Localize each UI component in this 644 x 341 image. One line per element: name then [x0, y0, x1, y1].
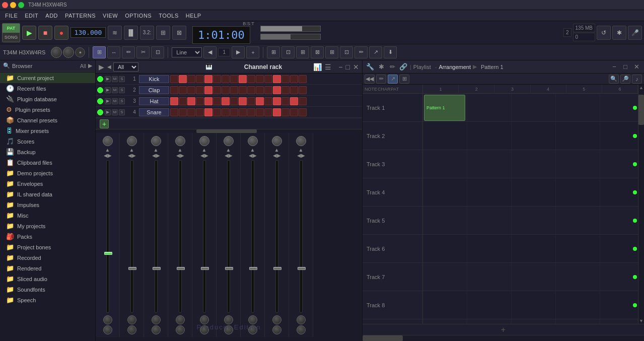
pl-scrollbar-h[interactable] [363, 335, 644, 341]
cr-pad-2-9[interactable] [247, 97, 255, 105]
cr-pad-3-6[interactable] [222, 108, 230, 116]
cr-pad-3-10[interactable] [256, 108, 264, 116]
cr-pad-2-13[interactable] [281, 97, 290, 105]
sidebar-item-packs[interactable]: 🎒 Packs [0, 231, 95, 242]
mc-knob-pan-2[interactable] [151, 136, 161, 146]
mc-arrow-lr-3[interactable]: ◀▶ [176, 153, 184, 158]
cr-pad-1-3[interactable] [196, 86, 204, 94]
cr-pad-0-0[interactable] [170, 75, 178, 83]
pl-cell-1-1[interactable] [467, 122, 512, 150]
cr-pad-2-10[interactable] [256, 97, 264, 105]
mc-arrow-lr-5[interactable]: ◀▶ [225, 153, 233, 158]
mc-knob-bottom2-4[interactable] [200, 325, 209, 334]
mc-arrow-up-7[interactable]: ▲ [274, 147, 279, 153]
cr-pad-2-2[interactable] [187, 97, 195, 105]
cr-pad-1-6[interactable] [222, 86, 230, 94]
cr-pad-0-11[interactable] [264, 75, 272, 83]
nav-plus[interactable]: + [246, 46, 259, 58]
track-label-5[interactable]: Track 6 [363, 235, 422, 263]
mic-button[interactable]: 🎤 [628, 26, 642, 40]
track-label-6[interactable]: Track 7 [363, 263, 422, 291]
mc-fader-track-0[interactable] [106, 160, 109, 313]
pl-cell-4-4[interactable] [600, 207, 638, 234]
pl-cell-6-0[interactable] [423, 263, 467, 291]
cr-x[interactable]: ✕ [353, 63, 359, 71]
mc-fader-0[interactable] [104, 252, 112, 255]
pl-scrollbar-v[interactable]: ▲ ▼ [638, 85, 644, 324]
num32-button[interactable]: 3.2: [140, 26, 154, 40]
cr-nav-icon[interactable]: 🎹 [205, 63, 213, 70]
cr-pad-2-3[interactable] [196, 97, 204, 105]
cr-led-2[interactable] [97, 98, 103, 104]
pl-cell-2-0[interactable] [423, 150, 467, 178]
nav-prev[interactable]: ◀ [203, 46, 217, 58]
cr-name-clap[interactable]: Clap [139, 86, 169, 94]
mc-knob-pan-7[interactable] [272, 136, 282, 146]
sidebar-item-clipboard[interactable]: 📋 Clipboard files [0, 157, 95, 168]
mc-knob-bottom-3[interactable] [176, 315, 185, 324]
sidebar-item-mixer-presets[interactable]: 🎛 Mixer presets [0, 125, 95, 136]
sidebar-item-envelopes[interactable]: 📁 Envelopes [0, 178, 95, 189]
cr-pad-1-11[interactable] [264, 86, 272, 94]
mc-fader-8[interactable] [298, 267, 306, 270]
ph-link-btn[interactable]: 🔗 [399, 62, 408, 72]
tool-b7[interactable]: ✏ [354, 46, 368, 58]
sidebar-item-scores[interactable]: 🎵 Scores [0, 136, 95, 147]
tool-select[interactable]: ⊡ [151, 46, 164, 58]
mc-knob-pan-4[interactable] [199, 136, 209, 146]
cr-pad-2-14[interactable] [290, 97, 298, 105]
sidebar-item-speech[interactable]: 📁 Speech [0, 295, 95, 305]
track-label-4[interactable]: Track 5 [363, 207, 422, 235]
pl-cell-3-3[interactable] [556, 178, 600, 206]
sidebar-item-recent-files[interactable]: 🕐 Recent files [0, 83, 95, 94]
ph-close-btn[interactable]: ✕ [632, 62, 641, 72]
cr-pad-3-11[interactable] [264, 108, 272, 116]
sidebar-item-channel-presets[interactable]: 📦 Channel presets [0, 115, 95, 125]
pl-cell-7-1[interactable] [467, 291, 512, 319]
pl-cell-0-3[interactable] [556, 94, 600, 121]
mc-knob-bottom-7[interactable] [272, 315, 281, 324]
metronome-button[interactable]: ✱ [612, 26, 626, 40]
sidebar-item-misc[interactable]: 📁 Misc [0, 210, 95, 221]
cr-pad-3-9[interactable] [247, 108, 255, 116]
pl-cell-6-4[interactable] [600, 263, 638, 291]
cr-pad-0-14[interactable] [290, 75, 298, 83]
pl-scroll-thumb-v[interactable] [638, 95, 644, 125]
cr-led-1[interactable] [97, 87, 103, 93]
cr-pad-1-8[interactable] [239, 86, 247, 94]
menu-file[interactable]: FILE [2, 12, 21, 20]
cr-pad-3-12[interactable] [273, 108, 281, 116]
cr-pad-3-4[interactable] [204, 108, 212, 116]
mc-knob-bottom-5[interactable] [224, 315, 233, 324]
pl-cell-1-0[interactable] [423, 122, 467, 150]
pl-cell-8-1[interactable] [467, 319, 512, 324]
pl-cell-6-2[interactable] [512, 263, 556, 291]
mc-knob-bottom2-2[interactable] [152, 325, 161, 334]
pl-cell-7-2[interactable] [512, 291, 556, 319]
pt-zoom-out[interactable]: 🔎 [620, 75, 630, 84]
knob-2[interactable] [63, 47, 74, 58]
mc-knob-bottom2-1[interactable] [127, 325, 136, 334]
mc-knob-pan-0[interactable] [103, 136, 113, 146]
cr-graph[interactable]: 📊 [313, 63, 322, 71]
cr-scrollbar[interactable] [96, 129, 362, 133]
track-label-0[interactable]: Track 1 [363, 94, 422, 122]
mc-knob-bottom2-8[interactable] [297, 325, 306, 334]
pl-cell-4-3[interactable] [556, 207, 600, 234]
mc-fader-track-2[interactable] [155, 160, 158, 313]
cr-pad-2-6[interactable] [222, 97, 230, 105]
pl-scroll-thumb[interactable] [363, 335, 403, 341]
mc-arrow-up-5[interactable]: ▲ [226, 147, 231, 153]
track-label-1[interactable]: Track 2 [363, 122, 422, 150]
pl-cell-1-2[interactable] [512, 122, 556, 150]
cr-pad-2-1[interactable] [179, 97, 187, 105]
pl-cell-5-1[interactable] [467, 235, 512, 262]
cr-mini-btn-▶-0[interactable]: ▶ [105, 76, 111, 82]
cr-led-3[interactable] [97, 109, 103, 115]
menu-edit[interactable]: EDIT [22, 12, 41, 20]
cr-pad-0-4[interactable] [204, 75, 212, 83]
cr-pad-3-2[interactable] [187, 108, 195, 116]
mc-fader-3[interactable] [177, 267, 185, 270]
pl-cell-0-1[interactable] [467, 94, 512, 121]
cr-pad-1-1[interactable] [179, 86, 187, 94]
